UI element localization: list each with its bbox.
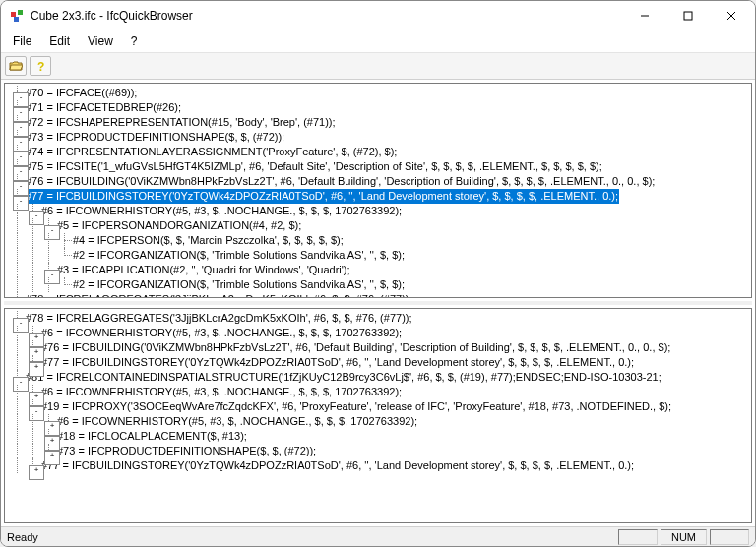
window-title: Cube 2x3.ifc - IfcQuickBrowser bbox=[31, 9, 623, 23]
tree-row[interactable]: #4 = IFCPERSON($, $, 'Marcin Pszczolka',… bbox=[5, 233, 751, 248]
tree-row-text: #75 = IFCSITE('1_wfuGVsL5HfGT4K5IZMLp', … bbox=[25, 159, 603, 174]
tree-row-text: #73 = IFCPRODUCTDEFINITIONSHAPE($, $, (#… bbox=[25, 130, 285, 145]
svg-rect-1 bbox=[18, 10, 23, 15]
menu-edit[interactable]: Edit bbox=[41, 32, 78, 50]
expand-icon[interactable]: + bbox=[29, 465, 44, 480]
tree-row-text: #72 = IFCSHAPEREPRESENTATION(#15, 'Body'… bbox=[25, 115, 337, 130]
tree-row[interactable]: -#72 = IFCSHAPEREPRESENTATION(#15, 'Body… bbox=[5, 115, 751, 130]
expand-icon[interactable]: + bbox=[29, 362, 44, 377]
tree-row[interactable]: -#78 = IFCRELAGGREGATES('3JjjBKLcrA2gcDm… bbox=[5, 292, 751, 298]
tree-row[interactable]: #2 = IFCORGANIZATION($, 'Trimble Solutio… bbox=[5, 248, 751, 263]
tree-row-text: #73 = IFCPRODUCTDEFINITIONSHAPE($, $, (#… bbox=[56, 444, 317, 458]
tree-row[interactable]: -#75 = IFCSITE('1_wfuGVsL5HfGT4K5IZMLp',… bbox=[5, 159, 751, 174]
tree-row-text: #6 = IFCOWNERHISTORY(#5, #3, $, .NOCHANG… bbox=[40, 326, 403, 340]
open-button[interactable] bbox=[5, 56, 27, 76]
status-cell-1 bbox=[618, 529, 658, 545]
menu-view[interactable]: View bbox=[80, 32, 121, 50]
tree-row-text: #19 = IFCPROXY('3SOCEeqWvAre7fcZqdcKFX',… bbox=[40, 399, 672, 414]
menubar: File Edit View ? bbox=[1, 30, 755, 52]
tree-pane-bottom[interactable]: -#78 = IFCRELAGGREGATES('3JjjBKLcrA2gcDm… bbox=[4, 308, 752, 523]
tree-row[interactable]: -#5 = IFCPERSONANDORGANIZATION(#4, #2, $… bbox=[5, 218, 751, 233]
tree-row-text: #77 = IFCBUILDINGSTOREY('0YzTQWk4zDPOZzR… bbox=[40, 458, 635, 473]
tree-row[interactable]: #2 = IFCORGANIZATION($, 'Trimble Solutio… bbox=[5, 277, 751, 292]
tree-row[interactable]: -#74 = IFCPRESENTATIONLAYERASSIGNMENT('P… bbox=[5, 145, 751, 159]
tree-row[interactable]: -#6 = IFCOWNERHISTORY(#5, #3, $, .NOCHAN… bbox=[5, 204, 751, 218]
tree-row[interactable]: +#6 = IFCOWNERHISTORY(#5, #3, $, .NOCHAN… bbox=[5, 414, 751, 429]
tree-row[interactable]: -#71 = IFCFACETEDBREP(#26); bbox=[5, 100, 751, 115]
tree-row-text: #81 = IFCRELCONTAINEDINSPATIALSTRUCTURE(… bbox=[25, 370, 662, 385]
tree-row-text: #6 = IFCOWNERHISTORY(#5, #3, $, .NOCHANG… bbox=[40, 204, 403, 218]
tree-row-text: #5 = IFCPERSONANDORGANIZATION(#4, #2, $)… bbox=[56, 218, 302, 233]
tree-row-text: #4 = IFCPERSON($, $, 'Marcin Pszczolka',… bbox=[72, 233, 345, 248]
tree-pane-top[interactable]: -#70 = IFCFACE((#69));-#71 = IFCFACETEDB… bbox=[4, 83, 752, 298]
tree-row[interactable]: -#76 = IFCBUILDING('0ViKZMWbn8HPkFzbVsLz… bbox=[5, 174, 751, 189]
tree-row[interactable]: -#77 = IFCBUILDINGSTOREY('0YzTQWk4zDPOZz… bbox=[5, 189, 751, 204]
tree-row[interactable]: -#81 = IFCRELCONTAINEDINSPATIALSTRUCTURE… bbox=[5, 370, 751, 385]
statusbar: Ready NUM bbox=[1, 526, 755, 546]
tree-row-text: #76 = IFCBUILDING('0ViKZMWbn8HPkFzbVsLz2… bbox=[40, 340, 671, 355]
status-cell-3 bbox=[710, 529, 749, 545]
tree-row-text: #78 = IFCRELAGGREGATES('3JjjBKLcrA2gcDmK… bbox=[25, 311, 413, 326]
tree-row[interactable]: +#77 = IFCBUILDINGSTOREY('0YzTQWk4zDPOZz… bbox=[5, 355, 751, 370]
toolbar: ? bbox=[1, 52, 755, 80]
tree-row-text: #77 = IFCBUILDINGSTOREY('0YzTQWk4zDPOZzR… bbox=[25, 189, 619, 204]
svg-rect-4 bbox=[684, 12, 692, 20]
svg-rect-2 bbox=[14, 17, 19, 22]
app-window: Cube 2x3.ifc - IfcQuickBrowser File Edit… bbox=[0, 0, 756, 547]
folder-open-icon bbox=[9, 60, 23, 72]
expand-icon[interactable]: + bbox=[44, 451, 60, 465]
tree-row[interactable]: +#77 = IFCBUILDINGSTOREY('0YzTQWk4zDPOZz… bbox=[5, 458, 751, 473]
window-buttons bbox=[623, 2, 753, 30]
titlebar[interactable]: Cube 2x3.ifc - IfcQuickBrowser bbox=[1, 1, 755, 30]
tree-row[interactable]: +#76 = IFCBUILDING('0ViKZMWbn8HPkFzbVsLz… bbox=[5, 340, 751, 355]
tree-row[interactable]: -#73 = IFCPRODUCTDEFINITIONSHAPE($, $, (… bbox=[5, 130, 751, 145]
menu-file[interactable]: File bbox=[5, 32, 39, 50]
tree-row-text: #18 = IFCLOCALPLACEMENT($, #13); bbox=[56, 429, 248, 444]
tree-row[interactable]: -#70 = IFCFACE((#69)); bbox=[5, 86, 751, 100]
tree-row-text: #2 = IFCORGANIZATION($, 'Trimble Solutio… bbox=[72, 277, 406, 292]
tree-row[interactable]: -#3 = IFCAPPLICATION(#2, '', 'Quadri for… bbox=[5, 263, 751, 277]
minimize-button[interactable] bbox=[623, 2, 666, 30]
tree-row[interactable]: +#6 = IFCOWNERHISTORY(#5, #3, $, .NOCHAN… bbox=[5, 326, 751, 340]
tree-row-text: #2 = IFCORGANIZATION($, 'Trimble Solutio… bbox=[72, 248, 406, 263]
tree-row-text: #77 = IFCBUILDINGSTOREY('0YzTQWk4zDPOZzR… bbox=[40, 355, 635, 370]
tree-row[interactable]: -#19 = IFCPROXY('3SOCEeqWvAre7fcZqdcKFX'… bbox=[5, 399, 751, 414]
svg-text:?: ? bbox=[37, 60, 44, 72]
help-icon: ? bbox=[34, 60, 46, 72]
status-text: Ready bbox=[7, 531, 38, 543]
help-button[interactable]: ? bbox=[30, 56, 51, 76]
tree-row-text: #74 = IFCPRESENTATIONLAYERASSIGNMENT('Pr… bbox=[25, 145, 398, 159]
tree-row-text: #3 = IFCAPPLICATION(#2, '', 'Quadri for … bbox=[56, 263, 351, 277]
close-button[interactable] bbox=[710, 2, 753, 30]
maximize-button[interactable] bbox=[666, 2, 710, 30]
tree-row[interactable]: -#78 = IFCRELAGGREGATES('3JjjBKLcrA2gcDm… bbox=[5, 311, 751, 326]
tree-row[interactable]: +#18 = IFCLOCALPLACEMENT($, #13); bbox=[5, 429, 751, 444]
tree-row-text: #76 = IFCBUILDING('0ViKZMWbn8HPkFzbVsLz2… bbox=[25, 174, 656, 189]
svg-rect-0 bbox=[11, 12, 16, 17]
menu-help[interactable]: ? bbox=[123, 32, 146, 50]
app-icon bbox=[9, 8, 25, 24]
status-num: NUM bbox=[661, 529, 707, 545]
tree-row-text: #71 = IFCFACETEDBREP(#26); bbox=[25, 100, 182, 115]
tree-row-text: #78 = IFCRELAGGREGATES('3JjjBKLcrA2gcDmK… bbox=[25, 292, 413, 298]
tree-row-text: #70 = IFCFACE((#69)); bbox=[25, 86, 138, 100]
tree-row-text: #6 = IFCOWNERHISTORY(#5, #3, $, .NOCHANG… bbox=[56, 414, 418, 429]
tree-row[interactable]: +#6 = IFCOWNERHISTORY(#5, #3, $, .NOCHAN… bbox=[5, 385, 751, 399]
tree-row[interactable]: +#73 = IFCPRODUCTDEFINITIONSHAPE($, $, (… bbox=[5, 444, 751, 458]
horizontal-splitter[interactable] bbox=[4, 301, 752, 305]
content-area: -#70 = IFCFACE((#69));-#71 = IFCFACETEDB… bbox=[1, 80, 755, 526]
tree-row-text: #6 = IFCOWNERHISTORY(#5, #3, $, .NOCHANG… bbox=[40, 385, 403, 399]
